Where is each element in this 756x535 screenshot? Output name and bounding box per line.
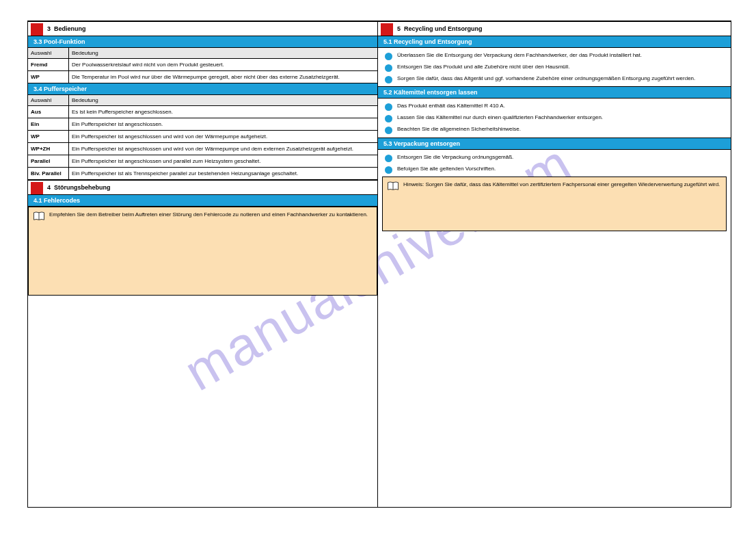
bar-3-4: 3.4 Pufferspeicher bbox=[28, 83, 377, 95]
list-item: Lassen Sie das Kältemittel nur durch ein… bbox=[397, 114, 725, 122]
table-row: Fremd Der Poolwasserkreislauf wird nicht… bbox=[28, 59, 377, 71]
book-icon bbox=[33, 211, 45, 221]
section-3-title: 3 Bedienung bbox=[28, 21, 377, 36]
cell-val: Ein Pufferspeicher ist angeschlossen und… bbox=[69, 155, 377, 167]
list-item: Das Produkt enthält das Kältemittel R 41… bbox=[397, 103, 725, 110]
list-item: Entsorgen Sie die Verpackung ordnungsgem… bbox=[397, 154, 725, 161]
cell-key: Ein bbox=[28, 118, 69, 130]
page: 3 Bedienung 3.3 Pool-Funktion Auswahl Be… bbox=[27, 21, 731, 508]
cell-val: Die Temperatur im Pool wird nur über die… bbox=[69, 71, 377, 83]
section-4-text: Störungsbehebung bbox=[54, 184, 111, 191]
cell-val: Es ist kein Pufferspeicher angeschlossen… bbox=[69, 106, 377, 118]
section-marker-icon bbox=[31, 182, 43, 194]
table-row: WP+ZH Ein Pufferspeicher ist angeschloss… bbox=[28, 143, 377, 155]
bar-5-3: 5.3 Verpackung entsorgen bbox=[378, 138, 731, 150]
bar-5-2: 5.2 Kältemittel entsorgen lassen bbox=[378, 87, 731, 99]
cell-key: Aus bbox=[28, 106, 69, 118]
section-3-text: Bedienung bbox=[54, 25, 86, 32]
section-4-number: 4 bbox=[47, 184, 51, 191]
cell-key: Parallel bbox=[28, 155, 69, 167]
note-box-4: Empfehlen Sie dem Betreiber beim Auftret… bbox=[28, 207, 377, 296]
note-5-text: Hinweis: Sorgen Sie dafür, dass das Kält… bbox=[403, 181, 720, 187]
note-4-text: Empfehlen Sie dem Betreiber beim Auftret… bbox=[49, 211, 368, 218]
cell-key: WP bbox=[28, 71, 69, 83]
bar-5-1: 5.1 Recycling und Entsorgung bbox=[378, 36, 731, 48]
section-5-title: 5 Recycling und Entsorgung bbox=[378, 21, 731, 36]
cell-val: Ein Pufferspeicher ist angeschlossen und… bbox=[69, 143, 377, 155]
section-marker-icon bbox=[31, 23, 43, 36]
right-column: 5 Recycling und Entsorgung 5.1 Recycling… bbox=[378, 21, 731, 507]
cell-key: Fremd bbox=[28, 59, 69, 70]
bullet-list-5-2: Das Produkt enthält das Kältemittel R 41… bbox=[378, 99, 731, 138]
hdr-auswahl: Auswahl bbox=[28, 95, 69, 105]
section-5-text: Recycling und Entsorgung bbox=[404, 25, 483, 32]
table-row: WP Ein Pufferspeicher ist angeschlossen … bbox=[28, 131, 377, 143]
cell-key: WP bbox=[28, 131, 69, 142]
section-4-title: 4 Störungsbehebung bbox=[28, 180, 377, 195]
cell-val: Ein Pufferspeicher ist angeschlossen. bbox=[69, 118, 377, 130]
book-icon bbox=[387, 181, 399, 191]
bar-4-1: 4.1 Fehlercodes bbox=[28, 195, 377, 207]
note-box-5: Hinweis: Sorgen Sie dafür, dass das Kält… bbox=[382, 177, 727, 231]
left-column: 3 Bedienung 3.3 Pool-Funktion Auswahl Be… bbox=[28, 21, 378, 507]
bar-3-3: 3.3 Pool-Funktion bbox=[28, 36, 377, 48]
table-3-4-header: Auswahl Bedeutung bbox=[28, 95, 377, 106]
list-item: Sorgen Sie dafür, dass das Altgerät und … bbox=[397, 75, 725, 83]
table-row: Biv. Parallel Ein Pufferspeicher ist als… bbox=[28, 168, 377, 180]
table-row: WP Die Temperatur im Pool wird nur über … bbox=[28, 71, 377, 83]
table-row: Aus Es ist kein Pufferspeicher angeschlo… bbox=[28, 106, 377, 118]
table-row: Ein Ein Pufferspeicher ist angeschlossen… bbox=[28, 118, 377, 131]
cell-val: Ein Pufferspeicher ist als Trennspeicher… bbox=[69, 168, 377, 179]
list-item: Beachten Sie die allgemeinen Sicherheits… bbox=[397, 126, 725, 133]
section-marker-icon bbox=[381, 23, 393, 36]
section-5-number: 5 bbox=[397, 25, 401, 32]
list-item: Befolgen Sie alle geltenden Vorschriften… bbox=[397, 166, 725, 173]
list-item: Überlassen Sie die Entsorgung der Verpac… bbox=[397, 52, 725, 60]
list-item: Entsorgen Sie das Produkt und alle Zubeh… bbox=[397, 64, 725, 71]
hdr-bedeutung: Bedeutung bbox=[69, 95, 377, 105]
cell-key: WP+ZH bbox=[28, 143, 69, 155]
cell-val: Der Poolwasserkreislauf wird nicht von d… bbox=[69, 59, 377, 70]
cell-key: Biv. Parallel bbox=[28, 168, 69, 179]
table-3-3-header: Auswahl Bedeutung bbox=[28, 48, 377, 59]
bullet-list-5-1: Überlassen Sie die Entsorgung der Verpac… bbox=[378, 48, 731, 87]
hdr-bedeutung: Bedeutung bbox=[69, 48, 377, 58]
cell-val: Ein Pufferspeicher ist angeschlossen und… bbox=[69, 131, 377, 142]
bullet-list-5-3: Entsorgen Sie die Verpackung ordnungsgem… bbox=[378, 150, 731, 177]
hdr-auswahl: Auswahl bbox=[28, 48, 69, 58]
table-row: Parallel Ein Pufferspeicher ist angeschl… bbox=[28, 155, 377, 168]
section-3-number: 3 bbox=[47, 25, 51, 32]
